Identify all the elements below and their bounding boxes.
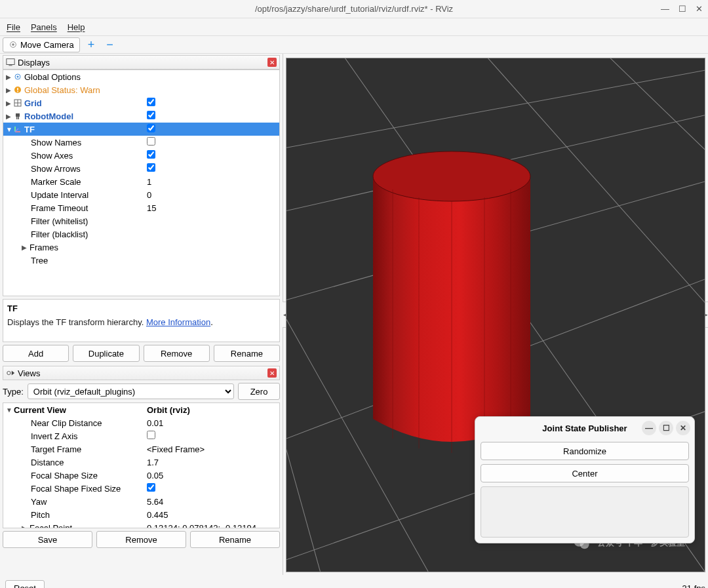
menu-panels[interactable]: Panels [31, 22, 57, 32]
view-row-focal-point[interactable]: ▶Focal Point0.13124; 0.078142; -0.12194 [3, 521, 279, 528]
svg-rect-2 [7, 59, 14, 65]
tree-row-tf[interactable]: ▼ TF [3, 123, 279, 136]
reset-button[interactable]: Reset [5, 580, 45, 588]
jsp-title: Joint State Publisher [542, 423, 627, 433]
expand-icon[interactable]: ▶ [22, 524, 28, 529]
joint-state-publisher-window[interactable]: Joint State Publisher — ☐ ✕ Randomize Ce… [475, 416, 695, 543]
window-minimize-icon[interactable]: — [661, 4, 669, 14]
jsp-slider-area [481, 486, 689, 538]
grid-checkbox[interactable] [147, 98, 155, 106]
view-row-focal-shape-fixed[interactable]: Focal Shape Fixed Size [3, 482, 279, 495]
view-row-distance[interactable]: Distance1.7 [3, 456, 279, 469]
expand-icon[interactable]: ▶ [6, 87, 12, 94]
collapse-icon[interactable]: ▼ [6, 126, 12, 133]
tree-row-grid[interactable]: ▶ Grid [3, 96, 279, 109]
tree-row-filter-whitelist[interactable]: Filter (whitelist) [3, 214, 279, 227]
robot-icon [14, 112, 22, 120]
displays-icon [6, 58, 15, 67]
svg-rect-14 [18, 117, 20, 119]
tf-icon [14, 125, 22, 133]
tree-row-tree[interactable]: Tree [3, 254, 279, 267]
expand-icon[interactable]: ▶ [22, 244, 28, 251]
tool-move-camera[interactable]: Move Camera [3, 37, 80, 52]
menu-file[interactable]: File [7, 22, 20, 32]
tree-row-show-arrows[interactable]: Show Arrows [3, 162, 279, 175]
add-button[interactable]: Add [3, 345, 69, 362]
tree-row-show-names[interactable]: Show Names [3, 136, 279, 149]
remove-display-button[interactable]: Remove [144, 345, 210, 362]
remove-view-button[interactable]: Remove [96, 531, 186, 548]
displays-description: TF Displays the TF transform hierarchy. … [3, 299, 280, 342]
window-close-icon[interactable]: ✕ [696, 4, 703, 14]
warn-icon [14, 86, 22, 94]
show-names-checkbox[interactable] [147, 137, 155, 146]
displays-tree[interactable]: ▶ Global Options ▶ Global Status: Warn ▶… [3, 69, 280, 296]
tree-row-global-options[interactable]: ▶ Global Options [3, 70, 279, 83]
svg-rect-12 [16, 113, 20, 117]
views-close-icon[interactable]: ✕ [267, 368, 277, 378]
gear-icon [14, 73, 22, 81]
rename-view-button[interactable]: Rename [190, 531, 280, 548]
view-row-focal-shape-size[interactable]: Focal Shape Size0.05 [3, 469, 279, 482]
window-title: /opt/ros/jazzy/share/urdf_tutorial/rviz/… [255, 4, 453, 14]
displays-close-icon[interactable]: ✕ [267, 58, 277, 67]
view-row-pitch[interactable]: Pitch0.445 [3, 508, 279, 521]
randomize-button[interactable]: Randomize [481, 442, 689, 460]
tree-row-update-interval[interactable]: Update Interval 0 [3, 188, 279, 201]
tree-row-marker-scale[interactable]: Marker Scale 1 [3, 175, 279, 188]
toolbar-remove-icon[interactable]: − [102, 38, 117, 52]
tree-row-global-status[interactable]: ▶ Global Status: Warn [3, 83, 279, 96]
toolbar: Move Camera + − [0, 35, 708, 54]
displays-header[interactable]: Displays ✕ [3, 55, 280, 69]
save-view-button[interactable]: Save [3, 531, 92, 548]
collapse-icon[interactable]: ▼ [6, 406, 12, 414]
views-header[interactable]: Views ✕ [3, 366, 280, 380]
svg-rect-3 [9, 65, 12, 66]
center-button[interactable]: Center [481, 464, 689, 482]
invert-z-checkbox[interactable] [147, 431, 155, 439]
view-type-select[interactable]: Orbit (rviz_default_plugins) [28, 383, 234, 399]
show-arrows-checkbox[interactable] [147, 163, 155, 172]
toolbar-add-icon[interactable]: + [84, 38, 99, 52]
views-tree[interactable]: ▼ Current View Orbit (rviz) Near Clip Di… [3, 402, 280, 528]
fps-status: 31 fps [682, 583, 705, 588]
view-row-target-frame[interactable]: Target Frame<Fixed Frame> [3, 442, 279, 456]
grid-icon [14, 99, 22, 107]
svg-line-27 [604, 58, 705, 247]
view-row-near-clip[interactable]: Near Clip Distance0.01 [3, 416, 279, 429]
view-row-invert-z[interactable]: Invert Z Axis [3, 429, 279, 442]
tf-checkbox[interactable] [147, 124, 155, 132]
tree-row-filter-blacklist[interactable]: Filter (blacklist) [3, 227, 279, 241]
move-camera-icon [9, 40, 18, 49]
menubar: File Panels Help [0, 18, 708, 35]
jsp-close-icon[interactable]: ✕ [676, 421, 690, 435]
expand-icon[interactable]: ▶ [6, 113, 12, 120]
svg-rect-13 [16, 117, 18, 119]
expand-icon[interactable]: ▶ [6, 73, 12, 81]
rename-display-button[interactable]: Rename [214, 345, 280, 362]
view-row-yaw[interactable]: Yaw5.64 [3, 495, 279, 508]
tree-row-frames[interactable]: ▶ Frames [3, 241, 279, 254]
window-maximize-icon[interactable]: ☐ [678, 4, 686, 14]
robot-model-checkbox[interactable] [147, 111, 155, 119]
svg-point-18 [7, 371, 10, 374]
robot-cylinder [366, 144, 537, 458]
duplicate-button[interactable]: Duplicate [73, 345, 139, 362]
view-row-current[interactable]: ▼ Current View Orbit (rviz) [3, 403, 279, 416]
tree-row-robot-model[interactable]: ▶ RobotModel [3, 109, 279, 123]
show-axes-checkbox[interactable] [147, 150, 155, 159]
jsp-minimize-icon[interactable]: — [642, 421, 656, 435]
expand-icon[interactable]: ▶ [6, 100, 12, 107]
svg-rect-8 [17, 91, 18, 92]
type-label: Type: [3, 387, 24, 397]
svg-point-1 [12, 43, 14, 46]
focal-fixed-checkbox[interactable] [147, 483, 155, 492]
jsp-maximize-icon[interactable]: ☐ [659, 421, 673, 435]
more-info-link[interactable]: More Information [146, 317, 210, 327]
tree-row-frame-timeout[interactable]: Frame Timeout 15 [3, 201, 279, 214]
svg-point-29 [373, 151, 530, 201]
zero-button[interactable]: Zero [238, 383, 280, 400]
menu-help[interactable]: Help [68, 22, 85, 32]
tree-row-show-axes[interactable]: Show Axes [3, 149, 279, 162]
window-titlebar: /opt/ros/jazzy/share/urdf_tutorial/rviz/… [0, 0, 708, 18]
